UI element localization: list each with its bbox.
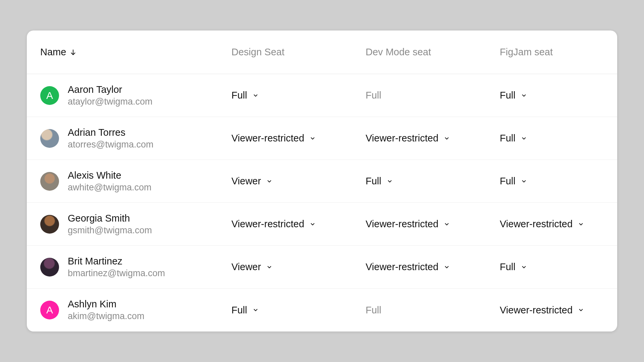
table-row: AAaron Taylorataylor@twigma.comFullFullF…	[27, 74, 617, 117]
seat-select-design-label: Viewer-restricted	[231, 219, 304, 230]
seat-select-design-label: Full	[231, 90, 247, 101]
chevron-down-icon	[521, 135, 527, 141]
table-row: AAshlyn Kimakim@twigma.comFullFullViewer…	[27, 289, 617, 331]
user-text: Adrian Torresatorres@twigma.com	[68, 127, 153, 150]
chevron-down-icon	[266, 178, 272, 184]
column-header-figjam[interactable]: FigJam seat	[500, 47, 604, 58]
chevron-down-icon	[266, 264, 272, 270]
user-email: bmartinez@twigma.com	[68, 268, 165, 279]
user-text: Georgia Smithgsmith@twigma.com	[68, 213, 152, 236]
column-header-design-label: Design Seat	[231, 47, 284, 58]
column-header-design[interactable]: Design Seat	[231, 47, 366, 58]
user-cell[interactable]: Georgia Smithgsmith@twigma.com	[40, 213, 231, 236]
user-email: awhite@twigma.com	[68, 182, 152, 193]
seat-select-figjam[interactable]: Full	[500, 261, 604, 273]
seat-select-dev-label: Viewer-restricted	[366, 219, 438, 230]
user-email: akim@twigma.com	[68, 311, 144, 321]
user-text: Ashlyn Kimakim@twigma.com	[68, 299, 144, 321]
seat-select-figjam-label: Full	[500, 90, 516, 101]
seat-select-dev[interactable]: Full	[366, 176, 500, 187]
seat-select-figjam-label: Full	[500, 133, 516, 144]
table-row: Adrian Torresatorres@twigma.comViewer-re…	[27, 117, 617, 160]
seat-select-figjam[interactable]: Full	[500, 90, 604, 101]
seat-select-dev: Full	[366, 305, 500, 316]
avatar: A	[40, 301, 59, 319]
chevron-down-icon	[521, 178, 527, 184]
chevron-down-icon	[521, 264, 527, 270]
seat-select-figjam-label: Full	[500, 261, 516, 273]
seat-select-figjam-label: Viewer-restricted	[500, 305, 573, 316]
avatar	[40, 215, 59, 234]
seat-select-figjam-label: Viewer-restricted	[500, 219, 573, 230]
seat-select-design[interactable]: Viewer	[231, 261, 366, 273]
user-cell[interactable]: Brit Martinezbmartinez@twigma.com	[40, 256, 231, 279]
column-header-dev-label: Dev Mode seat	[366, 47, 431, 58]
chevron-down-icon	[444, 264, 450, 270]
column-header-name-label: Name	[40, 47, 66, 58]
avatar	[40, 172, 59, 191]
seat-select-dev[interactable]: Viewer-restricted	[366, 261, 500, 273]
user-name: Aaron Taylor	[68, 84, 152, 95]
user-cell[interactable]: AAshlyn Kimakim@twigma.com	[40, 299, 231, 321]
seat-select-design[interactable]: Full	[231, 90, 366, 101]
user-text: Aaron Taylorataylor@twigma.com	[68, 84, 152, 107]
chevron-down-icon	[387, 178, 393, 184]
table-row: Brit Martinezbmartinez@twigma.comViewerV…	[27, 246, 617, 289]
user-name: Adrian Torres	[68, 127, 153, 138]
seat-select-dev-label: Full	[366, 90, 381, 101]
user-email: ataylor@twigma.com	[68, 97, 152, 107]
seat-select-figjam-label: Full	[500, 176, 516, 187]
seat-select-dev[interactable]: Viewer-restricted	[366, 133, 500, 144]
chevron-down-icon	[253, 307, 259, 313]
sort-arrow-down-icon	[69, 49, 77, 56]
seat-select-design[interactable]: Viewer	[231, 176, 366, 187]
user-cell[interactable]: AAaron Taylorataylor@twigma.com	[40, 84, 231, 107]
chevron-down-icon	[310, 221, 316, 227]
table-row: Alexis Whiteawhite@twigma.comViewerFullF…	[27, 160, 617, 203]
chevron-down-icon	[521, 93, 527, 99]
user-text: Alexis Whiteawhite@twigma.com	[68, 170, 152, 193]
table-header-row: Name Design Seat Dev Mode seat FigJam se…	[27, 31, 617, 74]
seat-select-dev[interactable]: Viewer-restricted	[366, 219, 500, 230]
chevron-down-icon	[444, 221, 450, 227]
seat-select-design-label: Viewer-restricted	[231, 133, 304, 144]
column-header-name[interactable]: Name	[40, 47, 231, 58]
seat-select-design-label: Viewer	[231, 176, 261, 187]
user-name: Ashlyn Kim	[68, 299, 144, 310]
avatar	[40, 129, 59, 148]
user-name: Georgia Smith	[68, 213, 152, 224]
seat-select-design-label: Full	[231, 305, 247, 316]
seat-select-figjam[interactable]: Full	[500, 133, 604, 144]
seat-select-design[interactable]: Full	[231, 305, 366, 316]
seat-select-figjam[interactable]: Full	[500, 176, 604, 187]
table-row: Georgia Smithgsmith@twigma.comViewer-res…	[27, 203, 617, 246]
avatar-initial: A	[46, 304, 53, 316]
user-cell[interactable]: Alexis Whiteawhite@twigma.com	[40, 170, 231, 193]
user-name: Brit Martinez	[68, 256, 165, 267]
seat-select-figjam[interactable]: Viewer-restricted	[500, 219, 604, 230]
avatar: A	[40, 86, 59, 105]
user-email: atorres@twigma.com	[68, 139, 153, 150]
chevron-down-icon	[578, 221, 584, 227]
seat-select-figjam[interactable]: Viewer-restricted	[500, 305, 604, 316]
user-text: Brit Martinezbmartinez@twigma.com	[68, 256, 165, 279]
user-name: Alexis White	[68, 170, 152, 181]
seat-select-dev-label: Viewer-restricted	[366, 133, 438, 144]
seat-select-dev: Full	[366, 90, 500, 101]
members-table: Name Design Seat Dev Mode seat FigJam se…	[27, 31, 617, 331]
seat-select-design[interactable]: Viewer-restricted	[231, 133, 366, 144]
seat-select-dev-label: Full	[366, 305, 381, 316]
chevron-down-icon	[253, 93, 259, 99]
avatar-initial: A	[46, 90, 53, 101]
seat-select-dev-label: Viewer-restricted	[366, 261, 438, 273]
chevron-down-icon	[444, 135, 450, 141]
seat-select-dev-label: Full	[366, 176, 381, 187]
column-header-figjam-label: FigJam seat	[500, 47, 553, 58]
user-cell[interactable]: Adrian Torresatorres@twigma.com	[40, 127, 231, 150]
chevron-down-icon	[310, 135, 316, 141]
seat-select-design-label: Viewer	[231, 261, 261, 273]
column-header-dev[interactable]: Dev Mode seat	[366, 47, 500, 58]
seat-select-design[interactable]: Viewer-restricted	[231, 219, 366, 230]
chevron-down-icon	[578, 307, 584, 313]
user-email: gsmith@twigma.com	[68, 225, 152, 236]
